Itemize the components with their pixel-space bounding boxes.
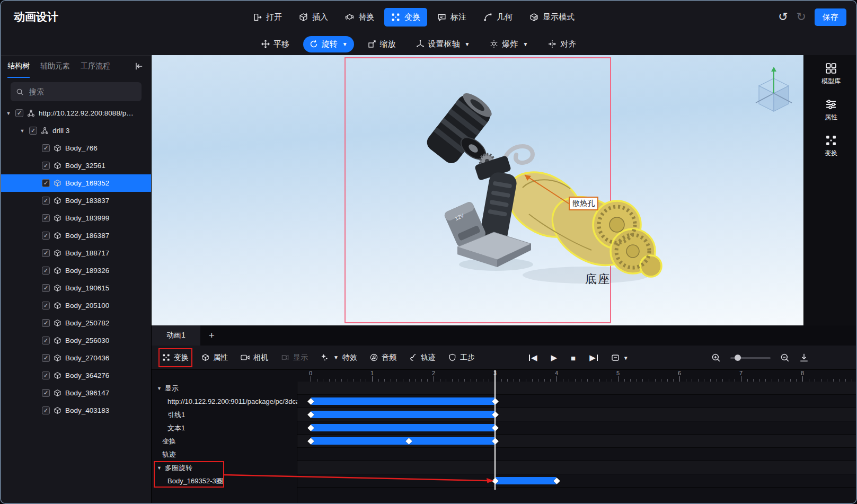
checkbox[interactable]: ✓ [42,302,50,310]
tree-item-root[interactable]: ▼✓http://10.122.92.200:8088/pack... [1,104,151,122]
replace-button[interactable]: 替换 [338,8,381,26]
explode-dropdown-caret[interactable]: ▼ [523,41,528,47]
checkbox[interactable]: ✓ [42,354,50,362]
checkbox[interactable]: ✓ [42,389,50,397]
tree-item-body[interactable]: ✓Body_186387 [1,227,151,244]
tl-audio-button[interactable]: 音频 [370,353,396,362]
explode-button[interactable]: 爆炸 ▼ [483,36,534,52]
tree-item-body[interactable]: ✓Body_169352 [1,174,151,192]
tab-structure-tree[interactable]: 结构树 [7,56,30,78]
timeline-track-row[interactable] [297,382,857,395]
display-mode-button[interactable]: 显示模式 [523,8,581,26]
tl-trajectory-button[interactable]: 轨迹 [409,353,436,362]
next-frame-button[interactable]: ▶ [589,353,598,362]
tl-display-button[interactable]: 显示 [281,353,308,362]
tl-transform-button[interactable]: 变换 [162,353,189,362]
section-caret[interactable]: ▼ [157,386,162,391]
track-label[interactable]: 变换 [152,435,297,448]
timeline-track-row[interactable] [297,435,857,448]
insert-button[interactable]: 插入 [292,8,335,26]
transform-button[interactable]: 变换 [384,8,427,26]
search-input[interactable] [28,87,123,96]
checkbox[interactable]: ✓ [42,249,50,257]
timeline-track-row[interactable] [297,408,857,421]
save-button[interactable]: 保存 [815,8,846,26]
timeline-clip-bar[interactable] [311,437,495,445]
tl-effects-caret[interactable]: ▼ [333,355,339,360]
expand-caret[interactable]: ▼ [19,128,25,134]
track-label[interactable]: Body_169352-3圈 [152,474,297,488]
playback-options-dropdown[interactable]: ▼ [612,354,629,361]
tree-item-body[interactable]: ✓Body_190615 [1,279,151,297]
zoom-in-icon[interactable] [711,353,721,362]
track-label[interactable]: http://10.122.92.200:9011/package/pc/3dc… [152,395,297,408]
tree-item-body[interactable]: ✓Body_32561 [1,157,151,174]
checkbox[interactable]: ✓ [42,232,50,240]
tree-item-body[interactable]: ✓Body_403183 [1,402,151,419]
rotate-button[interactable]: 旋转 ▼ [303,36,354,52]
track-section-label[interactable]: ▼多圈旋转 [152,461,297,474]
checkbox[interactable]: ✓ [42,372,50,379]
tree-item-body[interactable]: ✓Body_188717 [1,244,151,262]
timeline-track-row[interactable] [297,461,857,474]
playhead[interactable] [494,370,496,490]
translate-button[interactable]: 平移 [255,36,296,52]
tree-item-body[interactable]: ✓Body_364276 [1,367,151,384]
checkbox[interactable]: ✓ [42,144,50,152]
stop-button[interactable]: ■ [571,353,576,362]
checkbox[interactable]: ✓ [42,406,50,414]
play-button[interactable]: ▶ [551,353,558,362]
track-label[interactable]: 引线1 [152,408,297,421]
timeline-track-row[interactable] [297,395,857,408]
section-caret[interactable]: ▼ [157,465,162,471]
add-animation-tab-button[interactable]: + [209,330,215,341]
timeline-clip-bar[interactable] [311,397,495,405]
tl-properties-button[interactable]: 属性 [201,353,228,362]
tree-item-body[interactable]: ✓Body_766 [1,139,151,157]
track-label[interactable]: 文本1 [152,421,297,435]
model-library-button[interactable]: 模型库 [821,63,841,86]
tab-auxiliary-elements[interactable]: 辅助元素 [40,56,70,78]
timeline-clip-bar[interactable] [311,411,495,418]
annotate-button[interactable]: 标注 [430,8,473,26]
timeline-clip-bar[interactable] [495,477,556,484]
zoom-slider-thumb[interactable] [735,355,741,361]
redo-icon[interactable]: ↻ [797,10,806,24]
scale-button[interactable]: 缩放 [361,36,402,52]
geometry-button[interactable]: 几何 [476,8,519,26]
checkbox[interactable]: ✓ [42,337,50,344]
timeline-ruler[interactable]: 012345678 [297,370,857,382]
annotation-callout[interactable]: 散热孔 [569,197,598,210]
tree-item-body[interactable]: ✓Body_183999 [1,209,151,227]
export-download-icon[interactable] [799,353,809,362]
checkbox[interactable]: ✓ [42,179,50,187]
tree-item-body[interactable]: ✓Body_256030 [1,332,151,349]
tree-item-body[interactable]: ✓Body_270436 [1,349,151,367]
timeline-track-row[interactable] [297,421,857,435]
prev-frame-button[interactable]: ◀ [529,353,537,362]
tree-item-body[interactable]: ✓Body_396147 [1,384,151,402]
checkbox[interactable]: ✓ [29,127,37,135]
rail-transform-button[interactable]: 变换 [825,135,837,158]
animation-tab[interactable]: 动画1 [152,325,200,346]
tree-item-body[interactable]: ✓Body_183837 [1,192,151,209]
checkbox[interactable]: ✓ [42,319,50,327]
checkbox[interactable]: ✓ [42,284,50,292]
drill-model[interactable] [152,55,803,325]
tl-effects-button[interactable]: ▼ 特效 [321,353,357,362]
collapse-sidebar-icon[interactable] [134,61,144,71]
tree-item-body[interactable]: ✓Body_189326 [1,262,151,279]
track-label[interactable]: 轨迹 [152,448,297,461]
tree-item-body[interactable]: ✓Body_205100 [1,297,151,314]
view-cube[interactable] [749,63,798,118]
checkbox[interactable]: ✓ [42,162,50,170]
rotate-dropdown-caret[interactable]: ▼ [342,41,348,47]
properties-button[interactable]: 属性 [825,99,837,122]
tree-item-group[interactable]: ▼✓drill 3 [1,122,151,139]
timeline-zoom-slider[interactable] [730,357,771,359]
checkbox[interactable]: ✓ [42,267,50,275]
checkbox[interactable]: ✓ [15,109,23,117]
set-pivot-dropdown-caret[interactable]: ▼ [465,41,470,47]
timeline-clip-bar[interactable] [311,424,495,431]
search-box[interactable] [11,82,142,101]
